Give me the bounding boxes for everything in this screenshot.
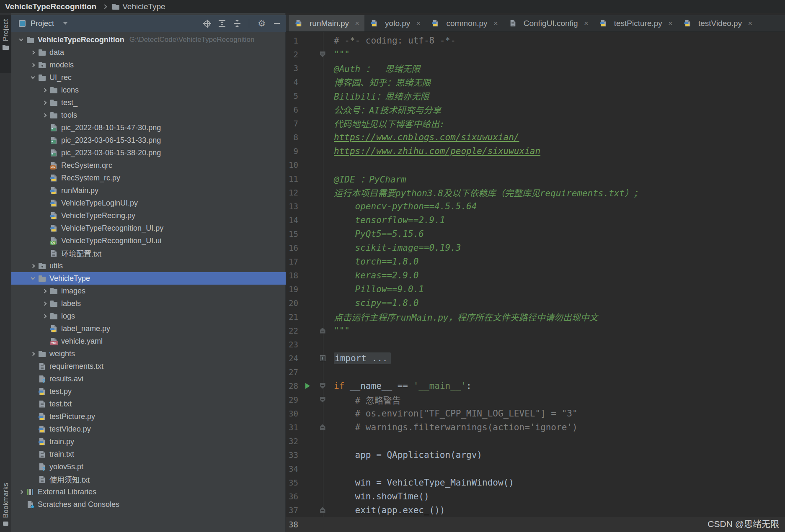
tree-item-vehicletypeloginui-py[interactable]: VehicleTypeLoginUI.py [11, 197, 286, 209]
code-line[interactable]: 5Bilibili：思绪亦无限 [286, 89, 785, 103]
breadcrumb-project[interactable]: VehicleTypeRecognition [5, 2, 96, 11]
tree-item-data[interactable]: data [11, 46, 286, 59]
chevron-collapsed-icon[interactable] [27, 265, 38, 267]
tab-yolo-py[interactable]: yolo.py× [364, 15, 426, 31]
tree-item-test_[interactable]: test_ [11, 96, 286, 109]
code-line[interactable]: 37 exit(app.exec_()) [286, 503, 785, 517]
chevron-expanded-icon[interactable] [15, 39, 26, 41]
tree-item-yolov5s-pt[interactable]: ?yolov5s.pt [11, 460, 286, 473]
tree-item-vehicle-yaml[interactable]: YMLvehicle.yaml [11, 335, 286, 347]
tree-item--txt[interactable]: 环境配置.txt [11, 247, 286, 260]
tab-runmain-py[interactable]: runMain.py× [289, 15, 364, 31]
code-line[interactable]: 8https://www.cnblogs.com/sixuwuxian/ [286, 130, 785, 144]
fold-marker-down[interactable] [317, 383, 328, 389]
close-icon[interactable]: × [355, 19, 359, 27]
code-line[interactable]: 11@IDE ：PyCharm [286, 172, 785, 185]
tree-item-tools[interactable]: tools [11, 109, 286, 121]
locate-icon[interactable] [204, 21, 210, 27]
code-line[interactable]: 19 Pillow==9.0.1 [286, 282, 785, 296]
tree-item-scratches-and-consoles[interactable]: Scratches and Consoles [11, 498, 286, 511]
code-line[interactable]: 17 torch==1.8.0 [286, 254, 785, 268]
tree-item-pic_2022-08-10-15-47-30-png[interactable]: pic_2022-08-10-15-47-30.png [11, 121, 286, 134]
tree-item-testpicture-py[interactable]: testPicture.py [11, 410, 286, 423]
project-panel-title[interactable]: Project [31, 19, 54, 28]
code-line[interactable]: 14 tensorflow==2.9.1 [286, 213, 785, 227]
chevron-expanded-icon[interactable] [27, 278, 38, 279]
code-line[interactable]: 27 [286, 365, 785, 379]
fold-up-icon[interactable] [320, 507, 325, 513]
code-line[interactable]: 29 # 忽略警告 [286, 393, 785, 406]
fold-up-icon[interactable] [320, 328, 325, 334]
chevron-collapsed-icon[interactable] [27, 352, 38, 355]
code-line[interactable]: 22""" [286, 324, 785, 337]
tool-button-project[interactable]: Project [0, 15, 11, 73]
tree-item-utils[interactable]: utils [11, 260, 286, 272]
code-line[interactable]: 13 opencv-python==4.5.5.64 [286, 199, 785, 213]
code-line[interactable]: 24+import ... [286, 351, 785, 365]
tree-item-runmain-py[interactable]: runMain.py [11, 184, 286, 197]
chevron-collapsed-icon[interactable] [15, 491, 26, 493]
code-line[interactable]: 30 # os.environ["TF_CPP_MIN_LOG_LEVEL"] … [286, 406, 785, 420]
code-line[interactable]: 33 app = QApplication(argv) [286, 448, 785, 462]
code-line[interactable]: 21点击运行主程序runMain.py，程序所在文件夹路径中请勿出现中文 [286, 310, 785, 324]
code-line[interactable]: 28if __name__ == '__main__': [286, 379, 785, 393]
tree-item-vehicletyperecing-py[interactable]: VehicleTypeRecing.py [11, 209, 286, 222]
code-line[interactable]: 32 [286, 434, 785, 448]
fold-down-icon[interactable] [320, 397, 325, 403]
fold-down-icon[interactable] [320, 51, 325, 57]
chevron-collapsed-icon[interactable] [39, 101, 50, 104]
code-line[interactable]: 1# -*- coding: utf-8 -*- [286, 33, 785, 47]
close-icon[interactable]: × [748, 19, 752, 27]
close-icon[interactable]: × [668, 19, 673, 27]
code-line[interactable]: 9https://www.zhihu.com/people/sixuwuxian [286, 144, 785, 158]
breadcrumb-current[interactable]: VehicleType [122, 2, 165, 11]
code-line[interactable]: 7代码地址见以下博客中给出: [286, 116, 785, 130]
tree-item-models[interactable]: models [11, 59, 286, 71]
tree-item-requirements-txt[interactable]: requirements.txt [11, 360, 286, 373]
fold-marker-up[interactable] [317, 424, 328, 430]
tree-item-weights[interactable]: weights [11, 347, 286, 360]
fold-plus-icon[interactable]: + [320, 355, 325, 361]
chevron-collapsed-icon[interactable] [27, 64, 38, 67]
code-line[interactable]: 31 # warnings.filterwarnings(action='ign… [286, 420, 785, 434]
code-line[interactable]: 3@Auth ： 思绪无限 [286, 61, 785, 75]
tree-item-recsystem-qrc[interactable]: <>RecSystem.qrc [11, 159, 286, 172]
code-line[interactable]: 18 keras==2.9.0 [286, 268, 785, 282]
tree-item-pic_2023-03-06-15-31-33-png[interactable]: pic_2023-03-06-15-31-33.png [11, 134, 286, 146]
tree-item-ui_rec[interactable]: UI_rec [11, 71, 286, 84]
chevron-collapsed-icon[interactable] [39, 290, 50, 293]
close-icon[interactable]: × [584, 19, 589, 27]
tab-testpicture-py[interactable]: testPicture.py× [594, 15, 678, 31]
tree-item-train-txt[interactable]: train.txt [11, 448, 286, 460]
run-button[interactable] [298, 383, 317, 389]
chevron-collapsed-icon[interactable] [39, 302, 50, 305]
tree-item-test-py[interactable]: test.py [11, 385, 286, 398]
code-line[interactable]: 6公众号：AI技术研究与分享 [286, 103, 785, 116]
tree-item-labels[interactable]: labels [11, 297, 286, 310]
tab-testvideo-py[interactable]: testVideo.py× [678, 15, 757, 31]
fold-marker-up[interactable] [317, 507, 328, 513]
tree-item-vehicletyperecognition_ui-py[interactable]: VehicleTypeRecognition_UI.py [11, 222, 286, 234]
code-line[interactable]: 12运行本项目需要python3.8及以下依赖库（完整库见requirement… [286, 185, 785, 199]
chevron-collapsed-icon[interactable] [39, 114, 50, 117]
fold-marker-plus[interactable]: + [317, 355, 328, 361]
tree-item--txt[interactable]: 使用须知.txt [11, 473, 286, 486]
tree-item-train-py[interactable]: train.py [11, 435, 286, 448]
code-line[interactable]: 16 scikit-image==0.19.3 [286, 241, 785, 254]
chevron-collapsed-icon[interactable] [39, 315, 50, 318]
code-line[interactable]: 15 PyQt5==5.15.6 [286, 227, 785, 241]
tree-item-label_name-py[interactable]: label_name.py [11, 322, 286, 335]
hide-panel-icon[interactable] [274, 23, 280, 24]
fold-up-icon[interactable] [320, 424, 325, 430]
tree-item-logs[interactable]: logs [11, 310, 286, 322]
code-line[interactable]: 34 [286, 462, 785, 475]
code-editor[interactable]: 1# -*- coding: utf-8 -*-2"""3@Auth ： 思绪无… [286, 32, 785, 532]
code-line[interactable]: 36 win.showTime() [286, 489, 785, 503]
chevron-collapsed-icon[interactable] [27, 51, 38, 54]
collapse-all-icon[interactable] [234, 20, 240, 27]
tree-item-images[interactable]: images [11, 285, 286, 297]
fold-marker-down[interactable] [317, 397, 328, 403]
settings-gear-icon[interactable]: ⚙ [258, 20, 266, 27]
chevron-expanded-icon[interactable] [27, 77, 38, 78]
tree-item-vehicletype[interactable]: VehicleType [11, 272, 286, 285]
